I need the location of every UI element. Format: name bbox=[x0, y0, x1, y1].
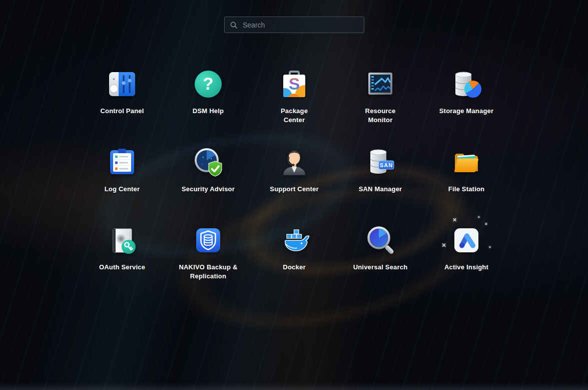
security-advisor-icon bbox=[192, 146, 224, 178]
app-docker[interactable]: Docker bbox=[251, 221, 337, 299]
sparkle-icon: ✕ bbox=[441, 242, 446, 248]
app-dsm-help[interactable]: ? DSM Help bbox=[165, 65, 251, 143]
app-log-center[interactable]: Log Center bbox=[79, 143, 165, 221]
app-label: NAKIVO Backup & Replication bbox=[179, 263, 237, 281]
app-label: Control Panel bbox=[100, 107, 144, 116]
app-security-advisor[interactable]: Security Advisor bbox=[165, 143, 251, 221]
app-package-center[interactable]: S Package Center bbox=[251, 65, 337, 143]
svg-text:SAN: SAN bbox=[380, 162, 393, 168]
app-san-manager[interactable]: SAN SAN Manager bbox=[337, 143, 423, 221]
app-file-station[interactable]: File Station bbox=[423, 143, 509, 221]
app-label: DSM Help bbox=[193, 107, 224, 116]
sparkle-icon: ✕ bbox=[488, 245, 491, 249]
app-label: Resource Monitor bbox=[365, 107, 396, 125]
app-label: Support Center bbox=[270, 185, 318, 194]
file-station-icon bbox=[450, 146, 482, 178]
app-label: OAuth Service bbox=[99, 263, 145, 272]
app-grid: Control Panel ? DSM Help bbox=[79, 65, 509, 299]
search-icon bbox=[230, 21, 238, 29]
sparkle-icon: ✕ bbox=[484, 222, 488, 226]
svg-text:S: S bbox=[289, 74, 300, 93]
wallpaper-bottom-glow bbox=[0, 383, 588, 390]
package-center-icon: S bbox=[278, 68, 310, 100]
resource-monitor-icon bbox=[364, 68, 396, 100]
app-resource-monitor[interactable]: Resource Monitor bbox=[337, 65, 423, 143]
storage-manager-icon bbox=[450, 68, 482, 100]
app-universal-search[interactable]: Universal Search bbox=[337, 221, 423, 299]
docker-icon bbox=[278, 224, 310, 256]
active-insight-icon bbox=[450, 224, 482, 256]
app-label: Storage Manager bbox=[439, 107, 493, 116]
app-label: SAN Manager bbox=[359, 185, 402, 194]
san-manager-icon: SAN bbox=[364, 146, 396, 178]
universal-search-icon bbox=[364, 224, 396, 256]
app-oauth-service[interactable]: OAuth Service bbox=[79, 221, 165, 299]
support-center-icon bbox=[278, 146, 310, 178]
app-label: Universal Search bbox=[353, 263, 408, 272]
app-label: Security Advisor bbox=[182, 185, 235, 194]
app-active-insight[interactable]: ✕ ✕ ✕ ✕ ✕ Active Insight bbox=[423, 221, 509, 299]
search-input[interactable] bbox=[242, 21, 359, 30]
dsm-help-icon: ? bbox=[192, 68, 224, 100]
log-center-icon bbox=[106, 146, 138, 178]
control-panel-icon bbox=[106, 68, 138, 100]
app-nakivo-backup[interactable]: NAKIVO Backup & Replication bbox=[165, 221, 251, 299]
app-label: Log Center bbox=[105, 185, 140, 194]
nakivo-backup-icon bbox=[192, 224, 224, 256]
svg-text:?: ? bbox=[203, 74, 213, 93]
app-control-panel[interactable]: Control Panel bbox=[79, 65, 165, 143]
app-label: Docker bbox=[283, 263, 305, 272]
app-label: Active Insight bbox=[444, 263, 488, 272]
oauth-service-icon bbox=[106, 224, 138, 256]
app-label: Package Center bbox=[281, 107, 308, 125]
search-bar[interactable] bbox=[224, 17, 364, 33]
app-storage-manager[interactable]: Storage Manager bbox=[423, 65, 509, 143]
app-label: File Station bbox=[448, 185, 484, 194]
app-support-center[interactable]: Support Center bbox=[251, 143, 337, 221]
